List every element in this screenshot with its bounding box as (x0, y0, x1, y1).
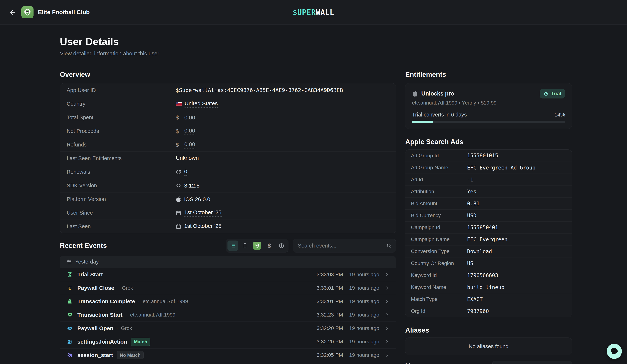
event-row-transaction-complete[interactable]: Transaction Complete ·etc.annual.7df.199… (60, 295, 396, 308)
separator: · (117, 285, 119, 291)
separator: · (346, 340, 347, 343)
arrow-left-icon (9, 9, 17, 16)
no-match-badge: No Match (117, 351, 144, 359)
row-value: build lineup (467, 284, 504, 290)
dollar-prefix-icon: $ (176, 142, 179, 148)
event-row-session-start[interactable]: Session Start 3:32:05 PM·19 hours ago (60, 362, 396, 364)
chevron-right-icon (384, 339, 390, 344)
events-list-card: Yesterday Trial Start 3:33:03 PM·19 hour… (60, 256, 396, 364)
superwall-logo[interactable]: $UPERWALL (293, 8, 334, 17)
calendar-icon (176, 224, 181, 229)
dollar-prefix-icon: $ (176, 114, 179, 121)
country-value[interactable]: United States (185, 100, 218, 108)
filter-device-button[interactable] (240, 240, 250, 251)
row-label: Bid Currency (411, 213, 467, 219)
filter-list-view-button[interactable] (227, 240, 238, 251)
user-section-header: User (405, 361, 572, 364)
event-ago: 19 hours ago (349, 312, 379, 318)
overview-row-app-user-id: App User ID $SuperwallAlias:40EC9876-A85… (60, 83, 396, 97)
asa-row: Org Id7937960 (405, 305, 572, 317)
overview-row-last-seen-entitlements: Last Seen Entitlements Unknown (60, 151, 396, 165)
separator: · (346, 286, 347, 290)
row-label: App User ID (67, 87, 176, 93)
event-time: 3:32:20 PM (317, 339, 343, 345)
row-label: Bid Amount (411, 201, 467, 206)
chevron-right-icon (384, 272, 390, 277)
row-value: 1555801015 (467, 153, 498, 159)
asa-row: Match TypeEXACT (405, 293, 572, 305)
row-label: User Since (67, 210, 176, 216)
event-name: settingsJoinAction (77, 339, 127, 345)
user-since-value[interactable]: 1st October '25 (184, 209, 222, 217)
renewals-value[interactable]: 0 (184, 168, 187, 176)
aliases-card: No aliases found (405, 337, 572, 355)
row-label: Campaign Id (411, 225, 467, 230)
row-label: Last Seen (67, 224, 176, 229)
asa-row: Ad Group Id1555801015 (405, 150, 572, 162)
trial-progress-fill (412, 121, 433, 123)
event-row-settings-join-action[interactable]: settingsJoinAction Match 3:32:20 PM·19 h… (60, 335, 396, 348)
row-value: Download (467, 248, 492, 255)
page-subtitle: View detailed information about this use… (60, 50, 572, 57)
asa-row: Keyword Namebuild lineup (405, 281, 572, 293)
code-icon (176, 183, 181, 188)
apple-search-ads-heading: Apple Search Ads (405, 138, 572, 146)
row-value: US (467, 260, 473, 267)
us-flag-icon (176, 102, 182, 106)
row-label: Conversion Type (411, 248, 467, 254)
entitlement-card: Unlocks pro Trial etc.annual.7df.1999 • … (405, 83, 572, 129)
input-divider (383, 243, 383, 249)
event-ago: 19 hours ago (349, 352, 379, 358)
aliases-heading: Aliases (405, 326, 572, 334)
filter-app-button[interactable] (252, 240, 262, 251)
support-chat-button[interactable] (607, 344, 622, 359)
overview-card: App User ID $SuperwallAlias:40EC9876-A85… (60, 83, 396, 233)
entitlement-product-details: etc.annual.7df.1999 • Yearly • $19.99 (412, 100, 565, 106)
overview-heading: Overview (60, 71, 396, 78)
back-button[interactable] (8, 8, 17, 17)
arrow-down-from-line-icon (66, 285, 73, 291)
user-search-box (492, 361, 572, 364)
event-name: Paywall Open (77, 325, 113, 331)
page-title: User Details (60, 36, 572, 47)
event-row-trial-start[interactable]: Trial Start 3:33:03 PM·19 hours ago (60, 268, 396, 281)
event-row-transaction-start[interactable]: Transaction Start ·etc.annual.7df.1999 3… (60, 308, 396, 321)
overview-row-net-proceeds: Net Proceeds $0.00 (60, 124, 396, 138)
calendar-icon (176, 210, 181, 216)
events-search-input[interactable] (298, 243, 379, 249)
asa-row: Conversion TypeDownload (405, 245, 572, 257)
event-row-session-start-lower[interactable]: session_start No Match 3:32:05 PM·19 hou… (60, 348, 396, 362)
last-seen-entitlements-value[interactable]: Unknown (176, 155, 199, 162)
filter-info-button[interactable] (276, 240, 287, 251)
row-label: Renewals (67, 169, 176, 175)
trial-converts-text: Trial converts in 6 days (412, 112, 467, 118)
net-proceeds-value[interactable]: 0.00 (184, 128, 195, 135)
row-label: Keyword Id (411, 272, 467, 278)
overview-row-platform-version: Platform Version iOS 26.0.0 (60, 192, 396, 206)
app-mini-icon (253, 242, 261, 250)
app-name: Elite Football Club (38, 9, 90, 16)
user-attributes-search-input[interactable] (497, 363, 559, 364)
search-icon[interactable] (386, 243, 392, 248)
event-ago: 19 hours ago (349, 299, 379, 304)
refunds-value[interactable]: 0.00 (184, 141, 195, 148)
event-ago: 19 hours ago (349, 285, 379, 291)
row-label: Ad Group Id (411, 153, 467, 159)
shopping-cart-icon (66, 312, 73, 318)
event-row-paywall-close[interactable]: Paywall Close ·Grok 3:33:01 PM·19 hours … (60, 281, 396, 295)
chevron-right-icon (384, 326, 390, 331)
filter-revenue-button[interactable]: $ (264, 240, 275, 251)
top-bar: Elite Football Club $UPERWALL (0, 0, 627, 25)
asa-row: Ad Id-1 (405, 174, 572, 185)
events-filter-toolbar: $ (226, 239, 288, 252)
event-detail: Grok (122, 285, 133, 291)
last-seen-value[interactable]: 1st October '25 (184, 223, 222, 230)
overview-row-refunds: Refunds $0.00 (60, 138, 396, 151)
overview-row-last-seen: Last Seen 1st October '25 (60, 220, 396, 233)
row-label: Ad Id (411, 177, 467, 182)
event-row-paywall-open[interactable]: Paywall Open ·Grok 3:32:20 PM·19 hours a… (60, 321, 396, 335)
event-time: 3:32:20 PM (317, 325, 343, 331)
event-name: Trial Start (77, 272, 103, 278)
chevron-right-icon (384, 285, 390, 291)
chat-bubble-icon (610, 347, 619, 356)
